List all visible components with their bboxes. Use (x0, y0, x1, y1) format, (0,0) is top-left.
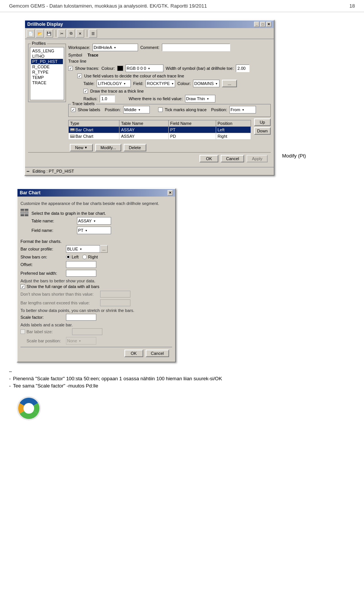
workspace-dropdown[interactable]: DrillHoleA (93, 44, 138, 51)
profile-pt-pd-hist[interactable]: PT_PD_HIST (31, 59, 63, 64)
bar-lengths-input: 1.000000 (100, 299, 130, 306)
bc-field-dropdown[interactable]: PT (77, 227, 111, 234)
row1-icon (70, 128, 75, 131)
colour2-ellipsis[interactable]: ... (222, 80, 237, 87)
bc-cancel-button[interactable]: Cancel (146, 350, 169, 357)
editing-minus-icon[interactable]: – (27, 168, 30, 174)
bar-icon-cell3 (20, 211, 24, 214)
bc-colour-ellipsis[interactable]: ... (100, 245, 108, 253)
table-row[interactable]: Bar Chart ASSAY PD Right (69, 133, 251, 140)
col-type: Type (69, 120, 119, 127)
pref-width-input[interactable]: 1.000000 (66, 270, 96, 277)
apply-button[interactable]: Apply (246, 155, 268, 162)
bar-chart-title-bar: Bar Chart ✕ (17, 189, 175, 197)
drillhole-title: Drillhole Display (27, 22, 63, 27)
right-radio[interactable]: Right (82, 255, 98, 259)
header-title: Gemcom GEMS - Datan tulostaminen, muokka… (9, 3, 207, 9)
comment-input[interactable]: Pt and Palladium histograms (162, 44, 230, 51)
toolbar: 📄 📂 💾 ✂ ⧉ ✕ ☰ (25, 28, 274, 39)
bar-lengths-row: Bar lengths cannot exceed this value: 1.… (20, 299, 172, 306)
table-dropdown[interactable]: LITHOLOGY (97, 80, 131, 87)
row1-table: ASSAY (119, 127, 169, 133)
symbol-row: Symbol Trace (68, 53, 271, 57)
colour-dropdown[interactable]: RGB 0 0 0 (126, 65, 163, 72)
table-field-row: Table: LITHOLOGY Field: ROCKTYPE Colour:… (68, 80, 271, 87)
profile-r-type[interactable]: R_TYPE (31, 69, 63, 75)
colour-swatch[interactable] (117, 66, 123, 71)
new-button[interactable]: New ▼ (70, 144, 93, 151)
bar-chart-close-button[interactable]: ✕ (168, 190, 173, 195)
svg-point-1 (24, 403, 34, 414)
bar-chart-body: Customize the appearance of the bar char… (17, 197, 175, 362)
left-radio-circle (66, 255, 71, 259)
left-radio[interactable]: Left (66, 255, 78, 259)
modify-button[interactable]: Modify... (95, 144, 121, 151)
position2-dropdown[interactable]: From (229, 106, 256, 113)
trace-labels-group: Trace labels Show labels Position: Middl… (68, 104, 271, 117)
minimize-button[interactable]: _ (254, 22, 259, 27)
field-name-label: Field name: (31, 228, 77, 233)
bc-ok-button[interactable]: OK (124, 350, 143, 357)
draw-thick-checkbox[interactable] (83, 89, 88, 93)
bar-label-size-checkbox (20, 329, 25, 334)
show-labels-row: Show labels Position: Middle Tick marks … (71, 106, 268, 113)
radius-input[interactable] (100, 95, 115, 102)
delete-button[interactable]: Delete (124, 144, 146, 151)
position2-label: Position: (211, 107, 227, 112)
use-field-values-checkbox[interactable] (77, 74, 82, 78)
right-radio-circle (82, 255, 87, 259)
profile-ass-leng[interactable]: ASS_LENG (31, 48, 63, 54)
profile-temp[interactable]: TEMP (31, 75, 63, 80)
main-content: Drillhole Display _ □ ✕ 📄 📂 💾 ✂ ⧉ ✕ ☰ (0, 12, 364, 436)
show-full-range-checkbox[interactable] (20, 284, 25, 289)
ok-button[interactable]: OK (199, 155, 218, 162)
bar-colour-label: Bar colour profile: (20, 247, 66, 251)
width-input[interactable] (236, 65, 249, 72)
tick-marks-label: Tick marks along trace (165, 107, 207, 112)
new-toolbar-btn[interactable]: 📄 (27, 29, 35, 38)
show-traces-label: Show traces: (75, 66, 99, 71)
colour2-dropdown[interactable]: DOMAINS (193, 80, 220, 87)
profile-list[interactable]: ASS_LENG LITHO PT_PD_HIST R_CODE R_TYPE … (30, 47, 64, 100)
page-number: 18 (350, 3, 355, 9)
show-bars-label: Show bars on: (20, 255, 66, 259)
profile-trace[interactable]: TRACE (31, 80, 63, 85)
bar-icon-row1 (20, 209, 28, 211)
view-toolbar-btn[interactable]: ☰ (89, 29, 97, 38)
open-toolbar-btn[interactable]: 📂 (36, 29, 44, 38)
up-button[interactable]: Up (254, 118, 271, 126)
offset-input[interactable]: 0.000000 (66, 261, 96, 268)
drillhole-table: Type Table Name Field Name Position (68, 120, 251, 140)
dialog-main-area: Profiles ASS_LENG LITHO PT_PD_HIST R_COD… (28, 44, 271, 152)
scale-factor-input[interactable]: 50.000000 (66, 314, 96, 321)
save-toolbar-btn[interactable]: 💾 (45, 29, 53, 38)
use-field-values-label: Use field values to decide the colour of… (84, 74, 184, 78)
show-traces-checkbox[interactable] (68, 66, 73, 71)
table-label: Table: (83, 81, 94, 86)
position-dropdown[interactable]: Middle (123, 106, 150, 113)
editing-label: Editing : PT_PD_HIST (33, 169, 74, 173)
maximize-button[interactable]: □ (260, 22, 265, 27)
show-labels-checkbox[interactable] (71, 107, 75, 112)
close-button[interactable]: ✕ (266, 22, 271, 27)
no-field-dropdown[interactable]: Draw Thin (185, 95, 215, 102)
cancel-button[interactable]: Cancel (221, 155, 244, 162)
bar-icon-area: Select the data to graph in the bar char… (20, 209, 172, 236)
delete-toolbar-btn[interactable]: ✕ (76, 29, 84, 38)
profile-litho[interactable]: LITHO (31, 54, 63, 59)
profile-r-code[interactable]: R_CODE (31, 64, 63, 69)
field-dropdown[interactable]: ROCKTYPE (146, 80, 175, 87)
row2-icon (70, 135, 75, 138)
bar-chart-bottom-buttons: OK Cancel (20, 347, 172, 359)
note2-dash: - (9, 383, 11, 389)
tick-marks-checkbox[interactable] (158, 107, 163, 112)
down-button[interactable]: Down (254, 127, 271, 135)
bc-table-dropdown[interactable]: ASSAY (77, 217, 111, 225)
table-row[interactable]: Bar Chart ASSAY PT Left (69, 127, 251, 133)
copy-toolbar-btn[interactable]: ⧉ (67, 29, 75, 38)
position-label: Position: (105, 107, 121, 112)
width-label: Width of symbol (bar) at drillhole toe: (166, 66, 234, 71)
row2-type: Bar Chart (69, 133, 119, 140)
cut-toolbar-btn[interactable]: ✂ (58, 29, 66, 38)
bc-colour-dropdown[interactable]: BLUE (66, 245, 100, 253)
